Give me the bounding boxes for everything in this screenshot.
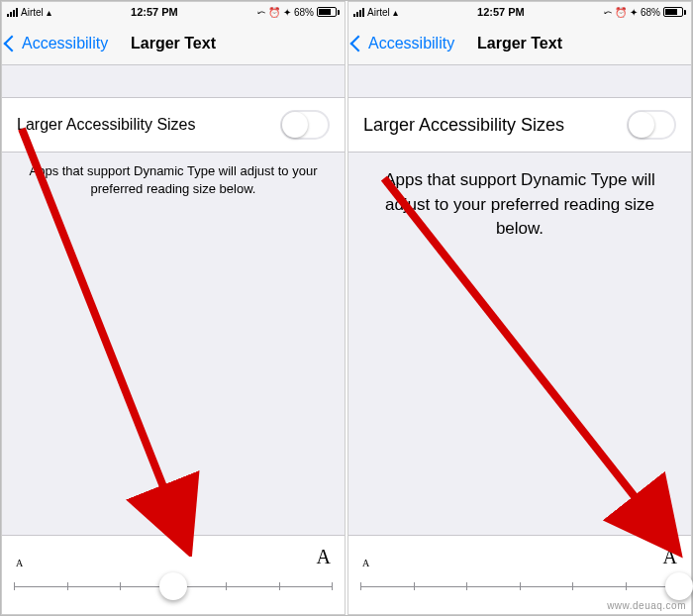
phone-screenshot-left: Airtel ▴ 12:57 PM ⤺ ⏰ ✦ 68% Accessibilit…	[1, 1, 346, 615]
back-button[interactable]: Accessibility	[348, 35, 454, 52]
carrier-label: Airtel	[21, 7, 44, 18]
bluetooth-icon: ✦	[283, 7, 291, 18]
slider-max-label: A	[317, 546, 331, 568]
status-bar: Airtel ▴ 12:57 PM ⤺ ⏰ ✦ 68%	[348, 2, 691, 22]
wifi-icon: ▴	[393, 7, 398, 18]
back-button[interactable]: Accessibility	[2, 35, 108, 52]
larger-sizes-toggle[interactable]	[280, 110, 330, 140]
nav-bar: Accessibility Larger Text	[2, 22, 345, 65]
status-bar: Airtel ▴ 12:57 PM ⤺ ⏰ ✦ 68%	[2, 2, 345, 22]
clock: 12:57 PM	[131, 6, 178, 18]
orientation-lock-icon: ⤺	[604, 7, 612, 18]
battery-pct: 68%	[641, 7, 660, 18]
carrier-label: Airtel	[367, 7, 390, 18]
battery-icon	[663, 7, 686, 17]
alarm-icon: ⏰	[615, 7, 627, 18]
signal-icon	[7, 8, 18, 17]
signal-icon	[353, 8, 364, 17]
text-size-slider-area: A A	[2, 535, 345, 614]
larger-sizes-row: Larger Accessibility Sizes	[348, 97, 691, 153]
slider-thumb[interactable]	[665, 572, 693, 600]
larger-sizes-toggle[interactable]	[627, 110, 676, 140]
phone-screenshot-right: Airtel ▴ 12:57 PM ⤺ ⏰ ✦ 68% Accessibilit…	[347, 1, 692, 615]
wifi-icon: ▴	[47, 7, 51, 18]
back-label: Accessibility	[22, 35, 108, 52]
slider-min-label: A	[362, 558, 369, 568]
dynamic-type-hint: Apps that support Dynamic Type will adju…	[2, 153, 345, 197]
chevron-left-icon	[350, 35, 367, 51]
back-label: Accessibility	[368, 35, 454, 52]
clock: 12:57 PM	[477, 6, 525, 18]
battery-icon	[317, 7, 340, 17]
slider-min-label: A	[16, 558, 23, 568]
slider-max-label: A	[663, 546, 677, 568]
slider-thumb[interactable]	[159, 572, 187, 600]
orientation-lock-icon: ⤺	[257, 7, 265, 18]
larger-sizes-label: Larger Accessibility Sizes	[17, 116, 196, 134]
battery-pct: 68%	[294, 7, 314, 18]
dynamic-type-hint: Apps that support Dynamic Type will adju…	[348, 153, 691, 242]
text-size-slider[interactable]	[14, 572, 333, 600]
text-size-slider[interactable]	[360, 572, 679, 600]
nav-bar: Accessibility Larger Text	[348, 22, 691, 65]
alarm-icon: ⏰	[268, 7, 280, 18]
chevron-left-icon	[4, 35, 21, 51]
larger-sizes-row: Larger Accessibility Sizes	[2, 97, 345, 153]
bluetooth-icon: ✦	[630, 7, 638, 18]
larger-sizes-label: Larger Accessibility Sizes	[363, 115, 564, 136]
watermark: www.deuaq.com	[607, 600, 686, 611]
